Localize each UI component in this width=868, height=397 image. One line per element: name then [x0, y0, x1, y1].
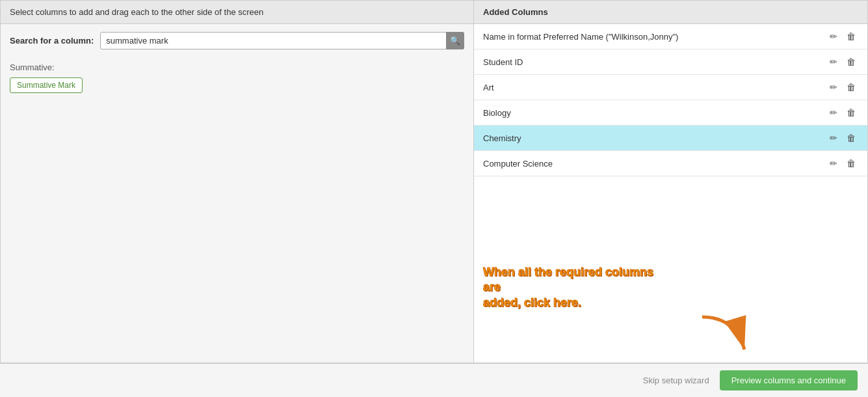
edit-column-button[interactable]: ✏ — [827, 56, 840, 68]
column-actions: ✏🗑 — [827, 157, 858, 169]
summative-mark-tag[interactable]: Summative Mark — [10, 77, 83, 93]
column-label: Biology — [483, 108, 827, 118]
search-input-wrapper: 🔍 — [100, 32, 464, 49]
delete-column-button[interactable]: 🗑 — [844, 157, 858, 169]
footer: Skip setup wizard Preview columns and co… — [0, 363, 868, 397]
edit-column-button[interactable]: ✏ — [827, 157, 840, 169]
left-panel: Select columns to add and drag each to t… — [0, 0, 473, 363]
search-button[interactable]: 🔍 — [446, 32, 464, 49]
skip-setup-wizard-button[interactable]: Skip setup wizard — [643, 376, 709, 385]
delete-column-button[interactable]: 🗑 — [844, 31, 858, 42]
delete-column-button[interactable]: 🗑 — [844, 81, 858, 93]
table-row: Student ID✏🗑 — [474, 49, 867, 75]
column-label: Chemistry — [483, 133, 827, 143]
edit-column-button[interactable]: ✏ — [827, 107, 840, 118]
category-label: Summative: — [10, 62, 464, 72]
column-label: Computer Science — [483, 159, 827, 169]
column-actions: ✏🗑 — [827, 107, 858, 118]
column-actions: ✏🗑 — [827, 31, 858, 42]
tooltip-line1: When all the required columns are — [483, 266, 653, 294]
delete-column-button[interactable]: 🗑 — [844, 107, 858, 118]
left-panel-header: Select columns to add and drag each to t… — [1, 1, 473, 24]
delete-column-button[interactable]: 🗑 — [844, 132, 858, 144]
search-icon: 🔍 — [450, 36, 460, 46]
table-row: Computer Science✏🗑 — [474, 151, 867, 176]
arrow-icon — [696, 310, 754, 356]
preview-columns-button[interactable]: Preview columns and continue — [720, 370, 858, 390]
delete-column-button[interactable]: 🗑 — [844, 56, 858, 68]
left-panel-title: Select columns to add and drag each to t… — [10, 7, 263, 17]
tooltip-line2: added, click here. — [483, 296, 581, 309]
table-row: Chemistry✏🗑 — [474, 126, 867, 151]
table-row: Name in format Preferred Name ("Wilkinso… — [474, 24, 867, 49]
edit-column-button[interactable]: ✏ — [827, 31, 840, 42]
table-row: Biology✏🗑 — [474, 100, 867, 126]
search-input[interactable] — [100, 32, 464, 49]
arrow-container — [483, 310, 858, 356]
edit-column-button[interactable]: ✏ — [827, 132, 840, 144]
column-actions: ✏🗑 — [827, 56, 858, 68]
column-label: Name in format Preferred Name ("Wilkinso… — [483, 32, 827, 42]
right-panel-header: Added Columns — [474, 1, 867, 24]
search-label: Search for a column: — [10, 36, 94, 46]
tooltip-area: When all the required columns are added,… — [474, 254, 867, 363]
search-row: Search for a column: 🔍 — [1, 24, 473, 57]
table-row: Art✏🗑 — [474, 75, 867, 100]
added-columns-list: Name in format Preferred Name ("Wilkinso… — [474, 24, 867, 254]
column-label: Art — [483, 83, 827, 92]
column-actions: ✏🗑 — [827, 132, 858, 144]
column-label: Student ID — [483, 57, 827, 67]
column-actions: ✏🗑 — [827, 81, 858, 93]
right-panel: Added Columns Name in format Preferred N… — [473, 0, 868, 363]
tooltip-text: When all the required columns are added,… — [483, 265, 665, 310]
edit-column-button[interactable]: ✏ — [827, 81, 840, 93]
results-area: Summative: Summative Mark — [1, 57, 473, 363]
